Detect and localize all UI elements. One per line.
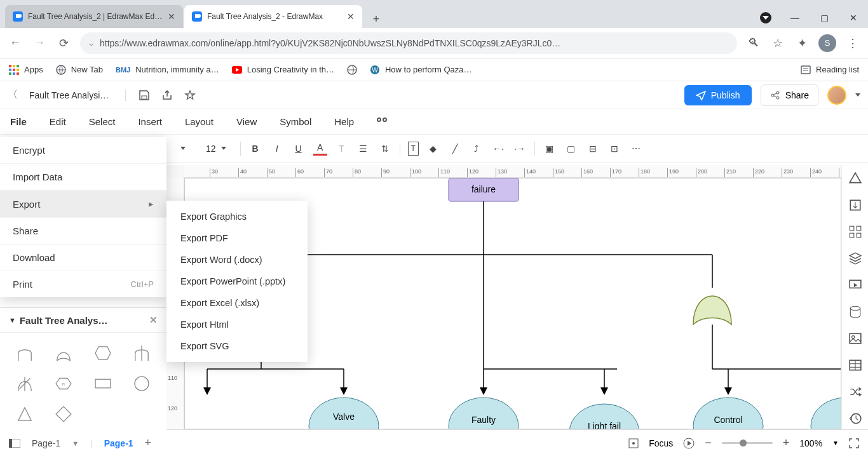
menu-item-import[interactable]: Import Data: [0, 164, 166, 191]
apps-shortcut[interactable]: Apps: [9, 65, 43, 75]
menu-help[interactable]: Help: [334, 116, 354, 127]
bookmark-bmj[interactable]: BMJ Nutrition, immunity a…: [116, 65, 219, 74]
address-bar[interactable]: ⌵ https://www.edrawmax.com/online/app.ht…: [80, 32, 737, 54]
new-tab-button[interactable]: +: [367, 10, 385, 28]
zoom-dropdown-icon[interactable]: ▼: [832, 439, 839, 446]
zoom-icon[interactable]: 🔍︎: [746, 36, 761, 51]
profile-avatar[interactable]: S: [818, 34, 836, 52]
shape-and-gate[interactable]: [6, 339, 43, 367]
menu-item-export[interactable]: Export ▸: [0, 191, 166, 218]
export-html[interactable]: Export Html: [166, 314, 308, 335]
close-tab-icon[interactable]: ✕: [342, 11, 355, 22]
arrow-end-icon[interactable]: ·→: [513, 142, 527, 156]
group-icon[interactable]: ⊡: [607, 142, 621, 156]
browser-tab-active[interactable]: Fault Tree Analysis_2 - EdrawMax ✕: [184, 5, 362, 28]
menu-item-print[interactable]: Print Ctrl+P: [0, 271, 166, 297]
menu-item-download[interactable]: Download: [0, 245, 166, 271]
find-icon[interactable]: [377, 117, 388, 126]
export-icon[interactable]: [161, 90, 173, 101]
qrcode-icon[interactable]: [848, 225, 862, 239]
menu-item-share[interactable]: Share: [0, 218, 166, 245]
history-icon[interactable]: [848, 412, 862, 426]
play-icon[interactable]: [683, 438, 695, 449]
menu-layout[interactable]: Layout: [185, 116, 214, 127]
back-icon[interactable]: ←: [8, 36, 23, 51]
add-page-icon[interactable]: +: [145, 436, 152, 450]
browser-tab[interactable]: Fault Tree Analysis_2 | EdrawMax Ed… ✕: [5, 5, 183, 28]
account-indicator-icon[interactable]: [751, 8, 780, 28]
collapse-icon[interactable]: ▼: [9, 316, 16, 324]
account-dropdown-icon[interactable]: [855, 93, 860, 97]
import-icon[interactable]: [848, 198, 862, 212]
align-objects-icon[interactable]: ⊟: [586, 142, 600, 156]
focus-target-icon[interactable]: [628, 438, 639, 448]
shape-hexagon[interactable]: [85, 339, 121, 367]
export-word[interactable]: Export Word (.docx): [166, 249, 308, 271]
shape-triangle[interactable]: [6, 400, 43, 428]
shape-circle[interactable]: [124, 370, 161, 398]
font-color-icon[interactable]: A: [313, 142, 327, 156]
save-icon[interactable]: [139, 90, 150, 101]
line-style-icon[interactable]: ╱: [448, 142, 462, 156]
page-dropdown-icon[interactable]: ▼: [72, 439, 79, 447]
close-tab-icon[interactable]: ✕: [163, 11, 175, 22]
page-layout-icon[interactable]: [9, 439, 20, 448]
zoom-slider[interactable]: [722, 442, 773, 444]
reading-list-button[interactable]: Reading list: [801, 65, 859, 75]
document-title[interactable]: Fault Tree Analysi…: [29, 90, 109, 100]
export-pdf[interactable]: Export PDF: [166, 227, 308, 249]
layers-icon[interactable]: [848, 251, 862, 265]
menu-select[interactable]: Select: [89, 116, 116, 127]
text-box-icon[interactable]: T: [408, 142, 419, 156]
underline-icon[interactable]: U: [292, 142, 306, 156]
zoom-in-icon[interactable]: +: [783, 436, 790, 450]
bold-icon[interactable]: B: [248, 142, 262, 156]
bookmark-wordpress[interactable]: W How to perform Qaza…: [370, 65, 472, 75]
menu-file[interactable]: File: [10, 116, 27, 127]
font-size-select[interactable]: 12: [200, 142, 233, 156]
close-window-icon[interactable]: ✕: [839, 8, 868, 28]
forward-icon[interactable]: →: [32, 36, 47, 51]
send-back-icon[interactable]: ▢: [564, 142, 578, 156]
menu-insert[interactable]: Insert: [138, 116, 162, 127]
fullscreen-icon[interactable]: [849, 438, 859, 448]
shuffle-icon[interactable]: [848, 385, 862, 399]
minimize-icon[interactable]: —: [780, 8, 810, 28]
shape-hexagon-flat[interactable]: n: [46, 370, 83, 398]
bookmark-newtab[interactable]: New Tab: [56, 65, 103, 75]
export-graphics[interactable]: Export Graphics: [166, 206, 308, 227]
bookmark-star-icon[interactable]: ☆: [770, 36, 785, 51]
italic-icon[interactable]: I: [270, 142, 284, 156]
export-excel[interactable]: Export Excel (.xlsx): [166, 292, 308, 314]
fill-icon[interactable]: ◆: [426, 142, 440, 156]
site-info-icon[interactable]: ⌵: [89, 39, 93, 48]
more-icon[interactable]: ⋯: [629, 142, 643, 156]
publish-button[interactable]: Publish: [684, 85, 752, 105]
arrow-start-icon[interactable]: ←·: [491, 142, 505, 156]
focus-label[interactable]: Focus: [649, 438, 673, 448]
bookmark-youtube[interactable]: Losing Creativity in th…: [232, 65, 334, 75]
shape-xor-gate[interactable]: [6, 370, 43, 398]
menu-view[interactable]: View: [236, 116, 257, 127]
shape-priority-gate[interactable]: [124, 339, 161, 367]
maximize-icon[interactable]: ▢: [810, 8, 839, 28]
zoom-level[interactable]: 100%: [799, 438, 822, 448]
shape-rect[interactable]: [85, 370, 121, 398]
menu-symbol[interactable]: Symbol: [280, 116, 311, 127]
shape-or-gate[interactable]: [46, 339, 83, 367]
table-icon[interactable]: [848, 358, 862, 372]
reload-icon[interactable]: ⟳: [56, 36, 71, 51]
highlight-icon[interactable]: T: [335, 142, 349, 156]
page-tab-active[interactable]: Page-1: [104, 438, 133, 448]
bookmark-globe[interactable]: [347, 65, 357, 75]
export-powerpoint[interactable]: Export PowerPoint (.pptx): [166, 271, 308, 292]
presentation-icon[interactable]: [848, 278, 862, 292]
font-family-select[interactable]: [174, 145, 192, 152]
extensions-icon[interactable]: ✦: [794, 36, 810, 51]
database-icon[interactable]: [848, 305, 862, 319]
menu-item-encrypt[interactable]: Encrypt: [0, 137, 166, 164]
align-icon[interactable]: ☰: [356, 142, 370, 156]
star-icon[interactable]: [184, 90, 196, 101]
close-panel-icon[interactable]: ✕: [149, 314, 158, 326]
connector-icon[interactable]: ⤴: [470, 142, 484, 156]
